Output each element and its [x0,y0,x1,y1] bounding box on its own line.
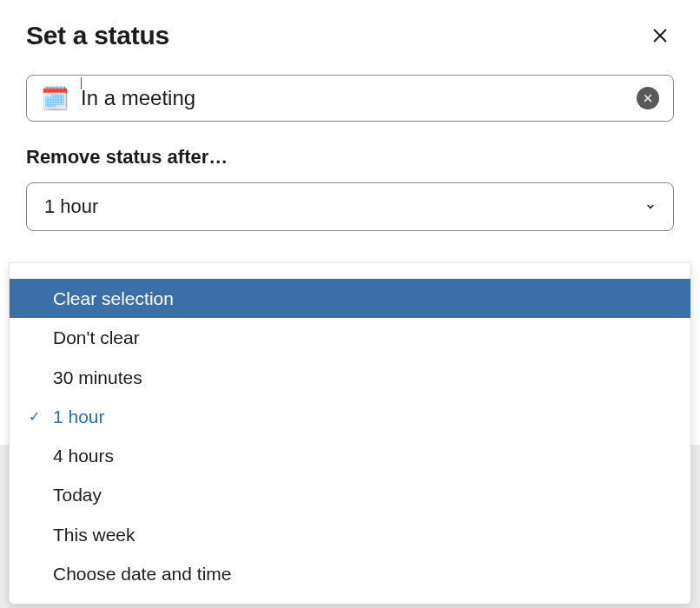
dropdown-item-label: Choose date and time [53,564,231,584]
clear-status-button[interactable] [637,87,659,109]
remove-after-dropdown: Clear selectionDon't clear30 minutes✓1 h… [9,262,691,605]
x-icon [643,93,653,103]
close-button[interactable] [646,22,674,50]
dropdown-item[interactable]: Clear selection [10,279,690,318]
dropdown-item[interactable]: This week [10,515,690,554]
close-icon [650,26,670,45]
dropdown-item[interactable]: Don't clear [10,318,690,357]
dropdown-item[interactable]: 4 hours [10,436,690,475]
status-text-wrap: In a meeting [81,86,624,110]
modal-title: Set a status [26,21,169,50]
dropdown-item[interactable]: 30 minutes [10,358,690,397]
dropdown-item-label: 4 hours [53,446,114,466]
remove-after-label: Remove status after… [26,146,674,169]
remove-after-select[interactable]: 1 hour [26,182,674,231]
calendar-icon[interactable]: 🗓️ [41,87,69,109]
dropdown-item-label: 1 hour [53,406,105,426]
dropdown-item[interactable]: Choose date and time [10,554,690,593]
dropdown-item[interactable]: Today [10,475,690,514]
text-cursor [81,77,82,89]
dropdown-item[interactable]: ✓1 hour [10,397,690,436]
dropdown-item-label: 30 minutes [53,367,142,387]
dropdown-item-label: Don't clear [53,327,140,347]
checkmark-icon: ✓ [29,407,40,426]
status-input[interactable]: 🗓️ In a meeting [26,75,674,122]
dropdown-item-label: This week [53,525,135,545]
chevron-down-icon [645,202,656,212]
modal-header: Set a status [26,21,674,50]
status-text-field[interactable]: In a meeting [81,86,624,110]
select-value: 1 hour [44,195,98,218]
dropdown-item-label: Clear selection [53,288,174,308]
set-status-modal: Set a status 🗓️ In a meeting Remove stat… [0,0,700,252]
dropdown-item-label: Today [53,485,102,505]
